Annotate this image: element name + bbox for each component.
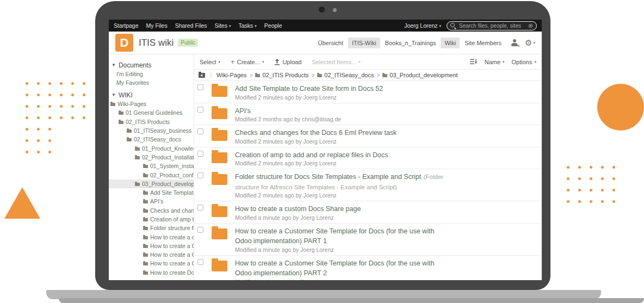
tree-item[interactable]: 02_ITIS Products — [109, 118, 194, 126]
tree-item[interactable]: 02_ITISeasy_docs — [109, 135, 194, 144]
chevron-down-icon: ▾ — [262, 60, 264, 64]
folder-icon[interactable] — [212, 206, 227, 217]
site-nav-item[interactable]: Books_n_Trainings — [381, 38, 440, 48]
file-info: Folder structure for Docs Site Templates… — [235, 171, 453, 199]
breadcrumb-item[interactable]: 03_Product_development — [382, 72, 457, 78]
site-header-icons: + ⚙ ▾ — [511, 39, 535, 47]
search-input[interactable] — [459, 23, 522, 29]
topnav-item[interactable]: People — [264, 22, 282, 29]
sidebar-item[interactable]: My Favorites — [109, 78, 194, 87]
tree-item[interactable]: Add Site Template to — [109, 188, 194, 197]
file-title-link[interactable]: Checks and changes for the Docs 6 Eml Pr… — [235, 129, 397, 137]
folder-up-icon[interactable] — [199, 73, 205, 78]
tree-item[interactable]: How to create a Cust — [109, 250, 194, 259]
row-checkbox[interactable] — [197, 205, 203, 211]
tree-item[interactable]: 02_Product_Installation_ — [109, 153, 194, 162]
file-title-link[interactable]: How to create a Customer Site Template f… — [235, 227, 435, 245]
row-checkbox[interactable] — [197, 128, 203, 134]
tree-item[interactable]: 01_Product_Knowledge — [109, 144, 194, 152]
sort-order-button[interactable] — [470, 59, 478, 65]
row-checkbox[interactable] — [197, 107, 203, 113]
row-checkbox[interactable] — [197, 259, 203, 265]
file-title-link[interactable]: How to create a Customer Site Template f… — [235, 259, 435, 277]
selected-items-button[interactable]: Selected Items... ▾ — [312, 59, 360, 65]
folder-icon[interactable] — [212, 130, 227, 141]
sort-field-button[interactable]: Name ▾ — [485, 59, 505, 65]
dot — [567, 177, 569, 180]
dot — [601, 200, 604, 203]
folder-icon[interactable] — [212, 86, 227, 97]
create-button[interactable]: + Create... ▾ — [231, 58, 264, 65]
folder-icon[interactable] — [212, 174, 227, 185]
file-meta: Modified 2 months ago by chris@itisag.de — [235, 116, 453, 123]
row-checkbox[interactable] — [197, 151, 203, 157]
folder-icon[interactable] — [212, 108, 227, 119]
tree-item-label: 02_Product_Installation_ — [142, 154, 194, 160]
tree-item[interactable]: Wiki-Pages — [109, 100, 194, 108]
tree-item[interactable]: How to create Docs F — [109, 268, 194, 277]
row-checkbox[interactable] — [197, 84, 203, 90]
tree-item[interactable]: 01 General Guidelines — [109, 108, 194, 117]
breadcrumb-item[interactable]: 02_ITISeasy_docs — [317, 72, 374, 78]
dot — [590, 166, 592, 169]
documents-items: I'm EditingMy Favorites — [109, 70, 194, 87]
file-title-link[interactable]: How to create a custom Docs Share page — [235, 205, 361, 213]
file-title-link[interactable]: API's — [235, 107, 251, 115]
row-checkbox[interactable] — [197, 172, 203, 178]
topnav-item[interactable]: Startpage — [114, 22, 139, 29]
topnav-item[interactable]: Shared Files — [175, 22, 207, 29]
topnav-item[interactable]: My Files — [146, 22, 168, 29]
tree-item[interactable]: Checks and changes — [109, 206, 194, 215]
tree-item[interactable]: How to create a Cust — [109, 259, 194, 268]
search-box[interactable]: ⊗ — [447, 21, 537, 30]
site-nav-item[interactable]: Übersicht — [314, 38, 347, 48]
dot — [71, 82, 74, 85]
row-checkbox[interactable] — [197, 227, 203, 233]
tree-item[interactable]: 01_ITISeasy_business — [109, 126, 194, 135]
topnav-item[interactable]: Tasks▾ — [238, 22, 256, 29]
file-info: How to create a custom Docs Share pageMo… — [235, 203, 453, 221]
site-logo[interactable]: D — [115, 34, 133, 52]
dot — [612, 200, 615, 203]
tree-item[interactable]: 03_Product_developme — [109, 180, 194, 188]
tree-item[interactable]: Creation of amp to a — [109, 215, 194, 224]
sidebar-item[interactable]: I'm Editing — [109, 70, 194, 78]
clear-search-icon[interactable]: ⊗ — [528, 23, 533, 29]
user-menu[interactable]: Joerg Lorenz ▾ — [404, 22, 441, 29]
sidebar-section-documents[interactable]: ▼ Documents — [109, 60, 194, 70]
tree-item-label: 02_ITIS Products — [126, 119, 170, 125]
site-nav-item[interactable]: ITIS-Wiki — [348, 38, 380, 48]
folder-icon[interactable] — [212, 261, 227, 271]
folder-icon[interactable] — [212, 228, 227, 239]
options-button[interactable]: Options ▾ — [512, 59, 536, 65]
add-user-icon[interactable]: + — [511, 39, 518, 47]
tree-item[interactable]: 01_System_installati — [109, 162, 194, 170]
site-nav-item[interactable]: Site Members — [461, 38, 505, 48]
upload-button[interactable]: Upload — [274, 59, 301, 65]
wiki-tree: Wiki-Pages01 General Guidelines02_ITIS P… — [109, 100, 194, 277]
breadcrumb-item[interactable]: Wiki-Pages — [216, 72, 247, 78]
site-settings-menu[interactable]: ⚙ ▾ — [525, 39, 535, 47]
tree-item-label: Wiki-Pages — [117, 101, 146, 107]
dot-row — [567, 189, 615, 191]
tree-item[interactable]: API's — [109, 197, 194, 206]
folder-icon — [135, 156, 140, 159]
select-button[interactable]: Select ▾ — [200, 59, 220, 65]
selected-items-label: Selected Items... — [312, 59, 356, 65]
file-meta: Modified 2 minutes ago by Joerg Lorenz — [235, 192, 453, 199]
tree-item[interactable]: 02_Product_configur — [109, 170, 194, 179]
folder-icon[interactable] — [212, 152, 227, 163]
file-title-link[interactable]: Creation of amp to add and or replace fi… — [235, 151, 388, 159]
tree-item[interactable]: Folder structure for D — [109, 224, 194, 232]
file-title-link[interactable]: Add Site Template to Create Site form in… — [235, 85, 383, 92]
tree-item[interactable]: How to create a cust — [109, 232, 194, 241]
dot — [578, 189, 581, 191]
sidebar-section-wiki[interactable]: ▼ WIKI — [109, 90, 194, 100]
breadcrumb-item[interactable]: 02_ITIS Products — [255, 72, 308, 78]
dot-row — [26, 151, 85, 153]
file-title-link[interactable]: Folder structure for Docs Site Templates… — [235, 173, 421, 181]
visibility-badge: Public — [178, 39, 198, 47]
tree-item[interactable]: How to create a Cust — [109, 242, 194, 250]
site-nav-item[interactable]: Wiki — [441, 38, 460, 48]
topnav-item[interactable]: Sites▾ — [215, 22, 231, 29]
